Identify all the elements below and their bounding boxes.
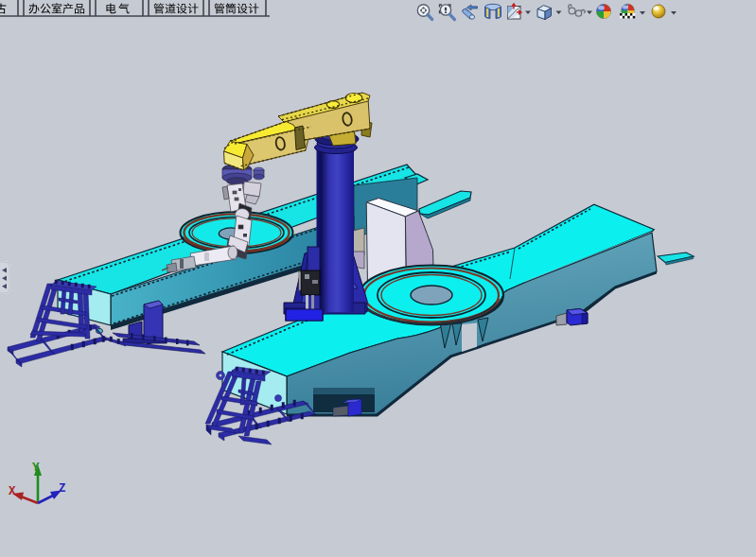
svg-text:Y: Y: [32, 461, 40, 475]
svg-text:X: X: [9, 485, 16, 498]
svg-text:Z: Z: [59, 482, 66, 496]
